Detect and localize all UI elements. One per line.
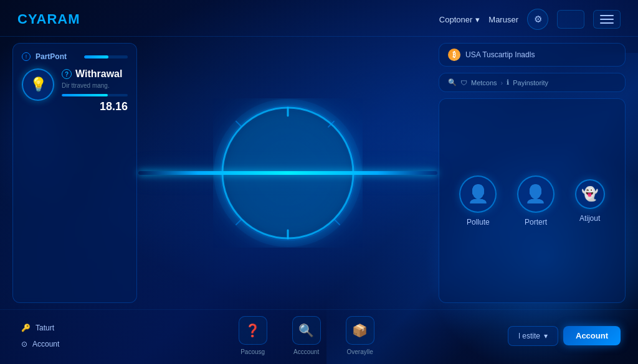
dropdown-chevron-icon: ▾ — [544, 332, 548, 340]
alert-icon: ! — [22, 52, 31, 61]
widget-progress-bar — [84, 55, 128, 58]
logo-text: Aram — [37, 11, 80, 27]
pacousg-label: Pacousg — [240, 348, 265, 355]
bottom-nav-taturt-label: Taturt — [36, 324, 54, 332]
small-bar-fill — [62, 94, 108, 96]
bottom-left-section: 🔑 Taturt ⊙ Account — [17, 322, 105, 350]
left-panel: ! PartPont 💡 ? Withrawal — [12, 43, 137, 303]
user-pollute[interactable]: 👤 Pollute — [459, 175, 497, 226]
bottom-nav-account-label: Account — [32, 340, 59, 348]
withdrawal-label: ? Withrawal — [62, 68, 128, 80]
account-button[interactable]: Account — [563, 326, 621, 345]
lightbulb-icon-circle: 💡 — [22, 68, 54, 101]
gear-icon: ⚙ — [534, 14, 542, 25]
chevron-down-icon: ▾ — [475, 15, 480, 24]
withdrawal-text: Withrawal — [75, 68, 122, 80]
bottom-nav-account[interactable]: ⊙ Account — [17, 338, 105, 350]
pacousg-icon: ❓ — [245, 323, 260, 338]
overaylle-icon: 📦 — [352, 323, 368, 338]
bottom-icon-acccount[interactable]: 🔍 Acccount — [292, 316, 321, 355]
search-icon: 🔍 — [448, 78, 457, 86]
user-avatar-pollute: 👤 — [459, 175, 497, 213]
small-bar — [62, 94, 128, 96]
center-panel — [146, 43, 430, 303]
key-icon: 🔑 — [21, 324, 31, 332]
acccount-icon: 🔍 — [298, 323, 314, 338]
overaylle-icon-circle: 📦 — [346, 316, 374, 345]
page-wrapper: cyAram Coptoner ▾ Maruser ⚙ — [0, 0, 638, 364]
user-label-pollute: Pollute — [467, 218, 490, 226]
gauge-beam — [138, 171, 437, 175]
user-avatar-portert: 👤 — [517, 175, 555, 213]
nav-maruser-label: Maruser — [488, 15, 518, 24]
info-icon: ℹ — [507, 78, 509, 86]
menu-line-2 — [600, 19, 614, 20]
pacousg-icon-circle: ❓ — [239, 316, 267, 345]
breadcrumb-item2[interactable]: Payinstority — [513, 79, 548, 86]
bottom-right-section: l estite ▾ Account — [508, 326, 621, 346]
dropdown-button[interactable]: l estite ▾ — [508, 326, 558, 346]
bottom-bar: 🔑 Taturt ⊙ Account ❓ Pacousg 🔍 Acccount — [0, 309, 638, 364]
widget-desc: Dir ttraved mang. — [62, 82, 128, 89]
widget-info: ? Withrawal Dir ttraved mang. 18.16 — [62, 68, 128, 113]
overaylle-label: Overaylle — [347, 348, 373, 355]
user-label-portert: Portert — [525, 218, 547, 226]
menu-button[interactable] — [593, 10, 621, 29]
circle-icon: ⊙ — [21, 340, 27, 348]
widget-value: 18.16 — [62, 100, 128, 113]
widget-header: ! PartPont — [22, 52, 128, 61]
widget-title: PartPont — [36, 52, 67, 61]
user-atijout[interactable]: 👻 Atijout — [575, 179, 605, 223]
user-icon-portert: 👤 — [525, 184, 546, 204]
top-bar-card: ₿ USA Tuscartip Inadls — [439, 43, 626, 67]
user-icon-pollute: 👤 — [467, 184, 489, 204]
top-bar-label: USA Tuscartip Inadls — [465, 50, 535, 59]
header: cyAram Coptoner ▾ Maruser ⚙ — [0, 0, 638, 37]
gear-button[interactable]: ⚙ — [527, 9, 548, 30]
bottom-nav-taturt[interactable]: 🔑 Taturt — [17, 322, 105, 334]
header-nav-maruser[interactable]: Maruser — [488, 15, 518, 24]
bitcoin-symbol: ₿ — [452, 51, 456, 58]
logo-accent: cy — [17, 11, 37, 27]
gauge-container — [213, 98, 363, 248]
acccount-label: Acccount — [293, 348, 319, 355]
widget-progress-fill — [84, 55, 108, 58]
bottom-icon-overaylle[interactable]: 📦 Overaylle — [346, 316, 374, 355]
menu-line-3 — [600, 22, 614, 24]
widget-bar-row — [62, 94, 128, 96]
main-content: ! PartPont 💡 ? Withrawal — [0, 37, 638, 309]
logo: cyAram — [17, 11, 80, 27]
user-icon-atijout: 👻 — [581, 186, 598, 202]
acccount-icon-circle: 🔍 — [292, 316, 321, 345]
widget-body: 💡 ? Withrawal Dir ttraved mang. — [22, 68, 128, 113]
breadcrumb-icon2: 🛡 — [460, 79, 467, 86]
user-avatar-atijout: 👻 — [575, 179, 605, 209]
dropdown-label: l estite — [518, 332, 540, 340]
question-icon: ? — [62, 69, 72, 79]
users-card: 👤 Pollute 👤 Portert 👻 Atijout — [439, 98, 626, 303]
bottom-icons-section: ❓ Pacousg 🔍 Acccount 📦 Overaylle — [239, 316, 374, 355]
breadcrumb-item1[interactable]: Metcons — [471, 79, 497, 86]
header-right: Coptoner ▾ Maruser ⚙ — [439, 9, 621, 30]
breadcrumb-separator: › — [501, 79, 503, 86]
menu-line-1 — [600, 15, 614, 16]
header-nav-coptoner[interactable]: Coptoner ▾ — [439, 15, 480, 24]
lightbulb-icon: 💡 — [30, 77, 47, 93]
bitcoin-icon: ₿ — [448, 49, 460, 61]
widget-card: ! PartPont 💡 ? Withrawal — [12, 43, 137, 303]
user-label-atijout: Atijout — [579, 214, 600, 223]
rect-button[interactable] — [557, 10, 584, 29]
breadcrumb-card: 🔍 🛡 Metcons › ℹ Payinstority — [439, 73, 626, 92]
bottom-icon-pacousg[interactable]: ❓ Pacousg — [239, 316, 267, 355]
nav-coptoner-label: Coptoner — [439, 15, 472, 24]
right-panel: ₿ USA Tuscartip Inadls 🔍 🛡 Metcons › ℹ P… — [439, 43, 626, 303]
user-portert[interactable]: 👤 Portert — [517, 175, 555, 226]
